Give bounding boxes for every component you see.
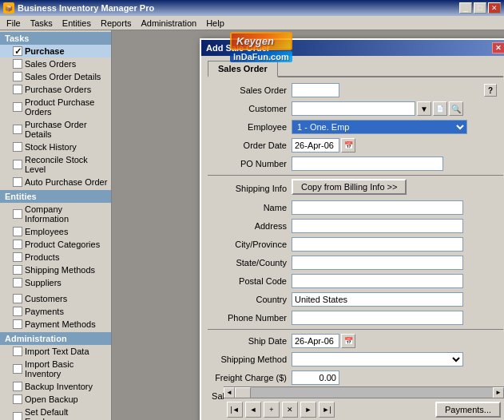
set-default-employee-checkbox	[13, 412, 22, 420]
customer-input[interactable]	[292, 101, 415, 116]
shipping-method-select[interactable]	[292, 352, 463, 367]
scroll-right-button[interactable]: ►	[493, 387, 504, 398]
sidebar-item-payment-methods[interactable]: Payment Methods	[0, 318, 111, 331]
sidebar-item-open-backup[interactable]: Open Backup	[0, 393, 111, 406]
minimize-button[interactable]: _	[459, 2, 472, 14]
sidebar-item-payments[interactable]: Payments	[0, 305, 111, 318]
nav-next-button[interactable]: ►	[300, 402, 316, 418]
shipping-method-row: Shipping Method	[208, 351, 503, 367]
sidebar-item-import-basic[interactable]: Import Basic Inventory	[0, 358, 111, 380]
sidebar-tasks-header: Tasks	[0, 32, 111, 45]
order-date-calendar-btn[interactable]: 📅	[341, 138, 355, 153]
phone-input[interactable]	[292, 311, 463, 325]
add-sale-order-dialog: Add Sale Order ✕ Sales Order ? Sales Ord…	[200, 38, 504, 420]
menu-administration[interactable]: Administration	[136, 17, 201, 30]
sidebar-item-import-text[interactable]: Import Text Data	[0, 345, 111, 358]
nav-first-button[interactable]: |◄	[227, 402, 243, 418]
sidebar-item-employees[interactable]: Employees	[0, 225, 111, 238]
sidebar-item-stock-history[interactable]: Stock History	[0, 141, 111, 153]
country-input[interactable]	[292, 292, 463, 307]
sales-orders-checkbox	[13, 59, 22, 69]
sidebar-item-sales-order-details[interactable]: Sales Order Details	[0, 70, 111, 83]
postal-input[interactable]	[292, 274, 463, 288]
customer-field-group: ▼ 📄 🔍	[292, 101, 463, 116]
menu-entities[interactable]: Entities	[58, 17, 96, 30]
copy-billing-button[interactable]: Copy from Billing Info >>	[292, 179, 407, 195]
sidebar-item-company-label: Company Information	[25, 204, 108, 224]
ship-date-field: 📅	[292, 334, 355, 348]
menu-help[interactable]: Help	[201, 17, 229, 30]
indafun-label: InDaFun.com	[230, 51, 292, 62]
ship-date-calendar-btn[interactable]: 📅	[341, 334, 355, 348]
shipping-info-section: Shipping Info Copy from Billing Info >>	[208, 179, 503, 197]
sidebar-item-shipping-methods[interactable]: Shipping Methods	[0, 263, 111, 276]
purchase-orders-checkbox	[13, 85, 22, 94]
employee-row: Employee 1 - One. Emp	[208, 119, 503, 135]
customer-search-btn[interactable]: 🔍	[449, 101, 463, 116]
sidebar-item-products[interactable]: Products	[0, 251, 111, 263]
pc-checkbox	[13, 240, 22, 249]
city-input[interactable]	[292, 237, 463, 252]
scroll-track[interactable]	[235, 387, 493, 398]
sm-checkbox	[13, 265, 22, 275]
nav-add-button[interactable]: +	[264, 402, 280, 418]
sidebar-entities-header: Entities	[0, 190, 111, 203]
sidebar-item-auto-purchase[interactable]: Auto Purchase Order	[0, 176, 111, 188]
customers-checkbox	[13, 294, 22, 303]
sales-order-input[interactable]	[292, 83, 339, 97]
employee-select[interactable]: 1 - One. Emp	[292, 120, 467, 134]
order-date-label: Order Date	[208, 141, 292, 150]
ship-date-label: Ship Date	[208, 336, 292, 346]
sidebar-item-sales-orders[interactable]: Sales Orders	[0, 57, 111, 70]
customer-new-btn[interactable]: 📄	[433, 101, 447, 116]
address-input[interactable]	[292, 219, 463, 233]
po-number-label: PO Number	[208, 159, 292, 168]
maximize-button[interactable]: □	[474, 2, 486, 14]
nav-delete-button[interactable]: ✕	[282, 402, 298, 418]
payments-button[interactable]: Payments...	[435, 402, 501, 418]
close-button[interactable]: ✕	[488, 2, 501, 14]
sidebar-item-purchase-orders[interactable]: Purchase Orders	[0, 83, 111, 96]
sh-checkbox	[13, 142, 22, 152]
nav-prev-button[interactable]: ◄	[245, 402, 261, 418]
tab-sales-order[interactable]: Sales Order	[208, 61, 278, 77]
sidebar-item-purchase-order-details[interactable]: Purchase Order Details	[0, 118, 111, 141]
sidebar-item-purchase[interactable]: ✓ Purchase	[0, 45, 111, 57]
sidebar-item-company[interactable]: Company Information	[0, 203, 111, 225]
scroll-left-button[interactable]: ◄	[224, 387, 235, 398]
menu-file[interactable]: File	[2, 17, 26, 30]
menu-reports[interactable]: Reports	[96, 17, 137, 30]
sidebar-item-set-default-employee[interactable]: Set Default Employee	[0, 406, 111, 420]
nav-last-button[interactable]: ►|	[319, 402, 335, 418]
sidebar-item-product-categories[interactable]: Product Categories	[0, 238, 111, 251]
sidebar-item-sales-orders-label: Sales Orders	[25, 59, 76, 69]
order-date-input[interactable]	[292, 138, 339, 153]
name-input[interactable]	[292, 200, 463, 215]
po-number-input[interactable]	[292, 157, 443, 171]
country-row: Country	[208, 291, 503, 307]
shipping-divider2	[208, 329, 503, 330]
sidebar-item-employees-label: Employees	[25, 227, 68, 236]
name-label: Name	[208, 203, 292, 212]
scroll-thumb[interactable]	[235, 387, 251, 398]
sidebar-item-product-purchase-orders[interactable]: Product Purchase Orders	[0, 96, 111, 118]
shipping-divider	[208, 175, 503, 176]
freight-input[interactable]	[292, 370, 339, 385]
customer-dropdown-btn[interactable]: ▼	[417, 101, 431, 116]
sidebar-item-suppliers[interactable]: Suppliers	[0, 276, 111, 289]
sidebar-item-backup[interactable]: Backup Inventory	[0, 380, 111, 393]
menu-tasks[interactable]: Tasks	[26, 17, 58, 30]
ppo-checkbox	[13, 102, 22, 112]
ship-date-input[interactable]	[292, 334, 339, 348]
dialog-close-button[interactable]: ✕	[492, 42, 504, 53]
customer-row: Customer ▼ 📄 🔍	[208, 101, 503, 117]
sidebar-item-import-basic-label: Import Basic Inventory	[25, 359, 108, 378]
state-input[interactable]	[292, 256, 463, 270]
sidebar-item-purchase-label: Purchase	[25, 46, 65, 56]
po-number-row: PO Number	[208, 156, 503, 172]
sales-order-details-checkbox	[13, 72, 22, 81]
sidebar-item-customers[interactable]: Customers	[0, 292, 111, 305]
payments-checkbox	[13, 307, 22, 316]
help-icon-button[interactable]: ?	[484, 84, 497, 97]
sidebar-item-reconcile[interactable]: Reconcile Stock Level	[0, 153, 111, 176]
